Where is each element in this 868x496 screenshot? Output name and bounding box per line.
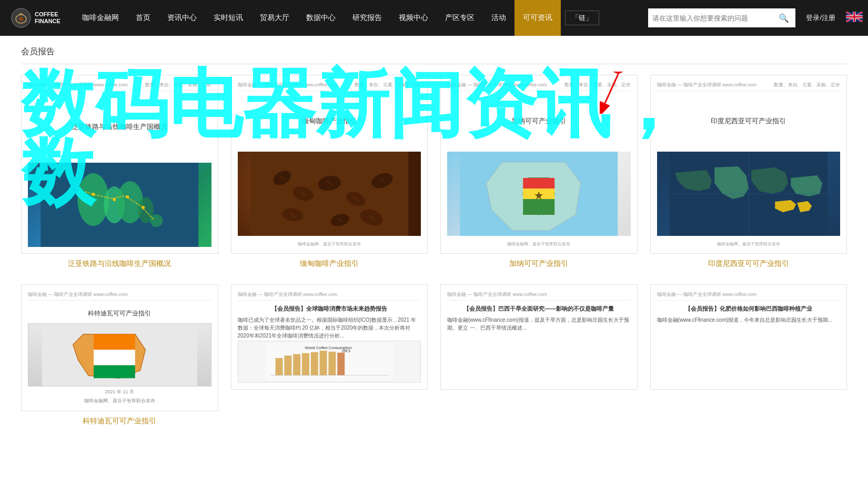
report-card-3[interactable]: 咖啡金融 — 咖啡产业全球调研 www.coffee.com 数量、来自、元素、… xyxy=(440,75,638,269)
logo-text: COFFEE FINANCE xyxy=(35,11,60,25)
doc-content-7: 咖啡金融(www.cFfinance.com)报道，提及干旱方面，总是影响庄园生… xyxy=(447,316,631,383)
language-flag[interactable] xyxy=(846,12,863,24)
section-title: 会员报告 xyxy=(21,46,847,64)
svg-rect-55 xyxy=(337,353,345,375)
world-image-4 xyxy=(657,152,841,236)
costa-rica-footer-date: 2021 年 11 月 xyxy=(105,389,134,395)
report-doc-7: 咖啡金融 — 咖啡产业全球调研 www.coffee.com 【会员报告】巴西干… xyxy=(440,284,638,390)
doc-header-6: 咖啡金融 — 咖啡产业全球调研 www.coffee.com xyxy=(238,291,421,301)
report-doc-1: 咖啡金融 — 咖啡产业全球调研 www.coffee.com 数量、来自、元素、… xyxy=(21,75,218,254)
report-doc-8: 咖啡金融 — 咖啡产业全球调研 www.coffee.com 【会员报告】化肥价… xyxy=(650,284,847,390)
doc-main-title-1: 泛亚铁路与沿线咖啡生产国概况 xyxy=(67,118,171,136)
nav-item-realtime-news[interactable]: 实时短讯 xyxy=(205,0,251,36)
report-card-1[interactable]: 咖啡金融 — 咖啡产业全球调研 www.coffee.com 数量、来自、元素、… xyxy=(21,75,218,269)
svg-text:169.9: 169.9 xyxy=(341,349,350,353)
nav-item-cacao-news[interactable]: 可可资讯 xyxy=(514,0,561,36)
nav-item-research-report[interactable]: 研究报告 xyxy=(344,0,390,36)
report-doc-3: 咖啡金融 — 咖啡产业全球调研 www.coffee.com 数量、来自、元素、… xyxy=(440,75,638,254)
card-label-4[interactable]: 印度尼西亚可可产业指引 xyxy=(650,259,847,269)
doc-content-8: 咖啡金融(www.cFfinance.com)报道，今年来自总是影响庄园生长大于… xyxy=(657,316,841,383)
report-card-7[interactable]: 咖啡金融 — 咖啡产业全球调研 www.coffee.com 【会员报告】巴西干… xyxy=(440,284,638,426)
doc-bold-title-6: 【会员报告】全球咖啡消费市场未来趋势报告 xyxy=(238,305,421,313)
search-input[interactable] xyxy=(652,14,779,22)
doc-title-area-2: 缅甸咖啡产业指引 xyxy=(238,94,421,148)
report-card-2[interactable]: 咖啡金融 — 咖啡产业全球调研 www.coffee.com 数量、来自、元素、… xyxy=(231,75,428,269)
uk-flag-icon xyxy=(846,12,863,22)
svg-rect-53 xyxy=(319,351,327,375)
main-navigation: COFFEE FINANCE 咖啡金融网 首页 资讯中心 实时短讯 贸易大厅 数… xyxy=(0,0,868,36)
doc-header-4: 咖啡金融 — 咖啡产业全球调研 www.coffee.com 数量、来自、元素、… xyxy=(657,82,841,91)
svg-rect-49 xyxy=(284,355,291,375)
doc-footer-4: 咖啡金融网、嘉谷子智库联合发布 xyxy=(657,241,841,247)
svg-point-2 xyxy=(19,17,23,21)
coffee-beans-image xyxy=(238,152,421,236)
report-doc-2: 咖啡金融 — 咖啡产业全球调研 www.coffee.com 数量、来自、元素、… xyxy=(231,75,428,254)
card-label-5[interactable]: 科特迪瓦可可产业指引 xyxy=(21,416,218,426)
nav-item-news-center[interactable]: 资讯中心 xyxy=(159,0,205,36)
doc-title-area-1: 泛亚铁路与沿线咖啡生产国概况 xyxy=(28,94,211,160)
report-card-4[interactable]: 咖啡金融 — 咖啡产业全球调研 www.coffee.com 数量、来自、元素、… xyxy=(650,75,847,269)
svg-rect-44 xyxy=(94,350,135,365)
doc-main-title-4: 印度尼西亚可可产业指引 xyxy=(706,112,790,130)
ghana-image-3 xyxy=(447,152,631,236)
nav-menu: 咖啡金融网 首页 资讯中心 实时短讯 贸易大厅 数据中心 研究报告 视频中心 产… xyxy=(74,0,644,36)
costa-rica-image xyxy=(28,323,211,386)
doc-header-5: 咖啡金融 — 咖啡产业全球调研 www.coffee.com xyxy=(28,291,211,301)
report-doc-5: 咖啡金融 — 咖啡产业全球调研 www.coffee.com 科特迪瓦可可产业指… xyxy=(21,284,218,411)
doc-title-area-3: 加纳可可产业指引 xyxy=(447,94,631,148)
consumption-chart-svg: World Coffee Consumption 169.9 xyxy=(240,343,419,380)
nav-item-video-center[interactable]: 视频中心 xyxy=(390,0,437,36)
nav-item-trade-hall[interactable]: 贸易大厅 xyxy=(251,0,298,36)
doc-content-6: 咖啡已成为了全球著名饮品之一。根据国际咖啡组织(ICO)数据显示，2021 年数… xyxy=(238,316,421,341)
svg-rect-48 xyxy=(275,358,282,375)
report-doc-6: 咖啡金融 — 咖啡产业全球调研 www.coffee.com 【会员报告】全球咖… xyxy=(231,284,428,390)
report-doc-4: 咖啡金融 — 咖啡产业全球调研 www.coffee.com 数量、来自、元素、… xyxy=(650,75,847,254)
report-card-5[interactable]: 咖啡金融 — 咖啡产业全球调研 www.coffee.com 科特迪瓦可可产业指… xyxy=(21,284,218,426)
costa-rica-title: 科特迪瓦可可产业指引 xyxy=(88,309,151,318)
nav-item-data-center[interactable]: 数据中心 xyxy=(298,0,344,36)
doc-bold-title-8: 【会员报告】化肥价格如何影响巴西咖啡种植产业 xyxy=(657,305,841,313)
doc-footer-3: 咖啡金融网、嘉谷子智库联合发布 xyxy=(447,241,631,247)
coffee-logo-icon xyxy=(11,7,32,28)
search-icon: 🔍 xyxy=(779,14,789,23)
reports-row-2: 咖啡金融 — 咖啡产业全球调研 www.coffee.com 科特迪瓦可可产业指… xyxy=(21,284,847,426)
svg-rect-52 xyxy=(310,352,318,375)
nav-chain-link[interactable]: 「链」 xyxy=(565,11,599,25)
cote-ivoire-map xyxy=(28,324,211,386)
svg-rect-43 xyxy=(94,334,135,350)
doc-header-3: 咖啡金融 — 咖啡产业全球调研 www.coffee.com 数量、来自、元素、… xyxy=(447,82,631,91)
map-image-1 xyxy=(28,163,211,247)
svg-rect-37 xyxy=(523,199,554,215)
coffee-image-2 xyxy=(238,152,421,236)
doc-header-2: 咖啡金融 — 咖啡产业全球调研 www.coffee.com 数量、来自、元素、… xyxy=(238,82,421,91)
doc-main-title-2: 缅甸咖啡产业指引 xyxy=(298,112,361,130)
doc-header-7: 咖啡金融 — 咖啡产业全球调研 www.coffee.com xyxy=(447,291,631,301)
report-card-6[interactable]: 咖啡金融 — 咖啡产业全球调研 www.coffee.com 【会员报告】全球咖… xyxy=(231,284,428,426)
site-logo[interactable]: COFFEE FINANCE xyxy=(5,7,74,28)
login-register-button[interactable]: 登录/注册 xyxy=(800,13,842,23)
doc-header-8: 咖啡金融 — 咖啡产业全球调研 www.coffee.com xyxy=(657,291,841,301)
nav-item-region-zone[interactable]: 产区专区 xyxy=(437,0,483,36)
world-map xyxy=(657,152,841,236)
svg-point-12 xyxy=(150,214,163,227)
nav-item-home[interactable]: 首页 xyxy=(127,0,159,36)
main-content: 会员报告 数码电器新闻资讯， 数 咖啡金融 — 咖啡产业全球调研 www.cof… xyxy=(0,36,868,452)
nav-item-kafei-jinrong[interactable]: 咖啡金融网 xyxy=(74,0,127,36)
costa-rica-footer-note: 咖啡金融网、嘉谷子智库联合发布 xyxy=(84,398,155,404)
reports-row-1: 咖啡金融 — 咖啡产业全球调研 www.coffee.com 数量、来自、元素、… xyxy=(21,75,847,269)
report-card-8[interactable]: 咖啡金融 — 咖啡产业全球调研 www.coffee.com 【会员报告】化肥价… xyxy=(650,284,847,426)
search-bar: 🔍 xyxy=(648,8,795,27)
svg-rect-51 xyxy=(301,353,309,375)
doc-bold-title-7: 【会员报告】巴西干旱全面研究——影响的不仅是咖啡产量 xyxy=(447,305,631,313)
consumption-chart: World Coffee Consumption 169.9 xyxy=(238,341,421,383)
nav-item-events[interactable]: 活动 xyxy=(483,0,514,36)
card-label-2[interactable]: 缅甸咖啡产业指引 xyxy=(231,259,428,269)
doc-main-title-3: 加纳可可产业指引 xyxy=(507,112,570,130)
card-label-3[interactable]: 加纳可可产业指引 xyxy=(440,259,638,269)
svg-rect-35 xyxy=(523,178,554,189)
card-label-1[interactable]: 泛亚铁路与沿线咖啡生产国概况 xyxy=(21,259,218,269)
doc-header-1: 咖啡金融 — 咖啡产业全球调研 www.coffee.com 数量、来自、元素、… xyxy=(28,82,211,91)
search-button[interactable]: 🔍 xyxy=(779,13,789,23)
svg-rect-54 xyxy=(328,352,336,375)
svg-rect-45 xyxy=(94,365,135,379)
